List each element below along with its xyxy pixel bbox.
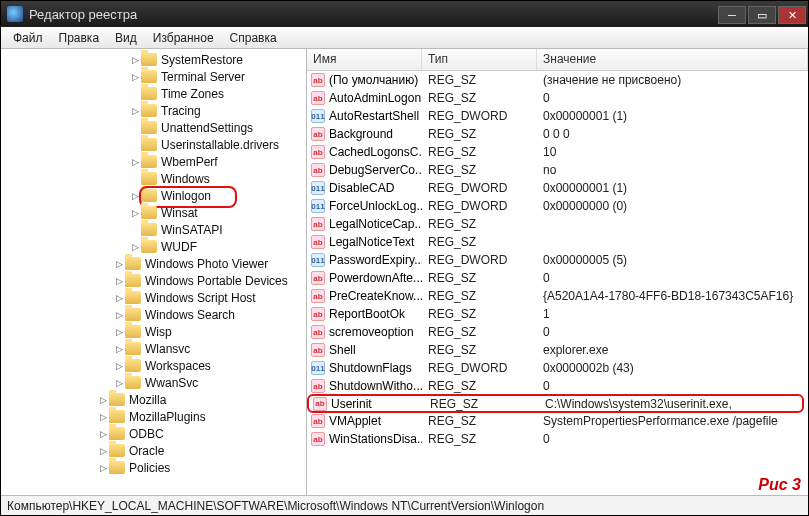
col-name-header[interactable]: Имя — [307, 49, 422, 70]
tree-node-wwansvc[interactable]: ▷WwanSvc — [1, 374, 306, 391]
maximize-button[interactable]: ▭ — [748, 6, 776, 24]
tree-node-terminal-server[interactable]: ▷Terminal Server — [1, 68, 306, 85]
value-row[interactable]: ab(По умолчанию)REG_SZ(значение не присв… — [307, 71, 808, 89]
tree-node-oracle[interactable]: ▷Oracle — [1, 442, 306, 459]
expander-icon[interactable]: ▷ — [113, 309, 125, 321]
value-row[interactable]: abBackgroundREG_SZ0 0 0 — [307, 125, 808, 143]
value-row[interactable]: abDebugServerCo...REG_SZno — [307, 161, 808, 179]
expander-icon[interactable]: ▷ — [97, 462, 109, 474]
expander-icon[interactable]: ▷ — [113, 343, 125, 355]
tree-node-label[interactable]: Windows — [157, 172, 210, 186]
tree-node-wisp[interactable]: ▷Wisp — [1, 323, 306, 340]
col-value-header[interactable]: Значение — [537, 49, 808, 70]
tree-node-systemrestore[interactable]: ▷SystemRestore — [1, 51, 306, 68]
expander-icon[interactable] — [129, 173, 141, 185]
tree-node-label[interactable]: Wlansvc — [141, 342, 190, 356]
value-row[interactable]: 011AutoRestartShellREG_DWORD0x00000001 (… — [307, 107, 808, 125]
tree-node-label[interactable]: Terminal Server — [157, 70, 245, 84]
tree-node-label[interactable]: WwanSvc — [141, 376, 198, 390]
value-row[interactable]: abVMAppletREG_SZSystemPropertiesPerforma… — [307, 412, 808, 430]
tree-node-label[interactable]: Windows Search — [141, 308, 235, 322]
tree-node-label[interactable]: ODBC — [125, 427, 164, 441]
value-row[interactable]: abLegalNoticeTextREG_SZ — [307, 233, 808, 251]
titlebar[interactable]: Редактор реестра ─ ▭ ✕ — [1, 1, 808, 27]
value-row[interactable]: abShellREG_SZexplorer.exe — [307, 341, 808, 359]
value-row[interactable]: abPreCreateKnow...REG_SZ{A520A1A4-1780-4… — [307, 287, 808, 305]
expander-icon[interactable]: ▷ — [97, 445, 109, 457]
value-row[interactable]: abShutdownWitho...REG_SZ0 — [307, 377, 808, 395]
expander-icon[interactable]: ▷ — [113, 258, 125, 270]
tree-node-label[interactable]: Tracing — [157, 104, 201, 118]
tree-node-label[interactable]: Windows Portable Devices — [141, 274, 288, 288]
tree-node-unattendsettings[interactable]: UnattendSettings — [1, 119, 306, 136]
tree-node-windows-search[interactable]: ▷Windows Search — [1, 306, 306, 323]
tree-node-label[interactable]: Mozilla — [125, 393, 166, 407]
expander-icon[interactable]: ▷ — [129, 71, 141, 83]
tree-node-wbemperf[interactable]: ▷WbemPerf — [1, 153, 306, 170]
menu-help[interactable]: Справка — [222, 28, 285, 48]
tree-node-label[interactable]: Oracle — [125, 444, 164, 458]
tree-node-mozilla[interactable]: ▷Mozilla — [1, 391, 306, 408]
tree-node-label[interactable]: Workspaces — [141, 359, 211, 373]
menu-edit[interactable]: Правка — [51, 28, 108, 48]
value-row[interactable]: abUserinitREG_SZC:\Windows\system32\user… — [307, 394, 804, 413]
expander-icon[interactable] — [129, 122, 141, 134]
expander-icon[interactable]: ▷ — [113, 275, 125, 287]
tree-node-odbc[interactable]: ▷ODBC — [1, 425, 306, 442]
value-row[interactable]: abReportBootOkREG_SZ1 — [307, 305, 808, 323]
value-row[interactable]: 011DisableCADREG_DWORD0x00000001 (1) — [307, 179, 808, 197]
expander-icon[interactable]: ▷ — [113, 377, 125, 389]
expander-icon[interactable]: ▷ — [129, 207, 141, 219]
value-row[interactable]: abCachedLogonsC...REG_SZ10 — [307, 143, 808, 161]
expander-icon[interactable]: ▷ — [129, 54, 141, 66]
menu-view[interactable]: Вид — [107, 28, 145, 48]
column-headers[interactable]: Имя Тип Значение — [307, 49, 808, 71]
tree-node-userinstallable-drivers[interactable]: Userinstallable.drivers — [1, 136, 306, 153]
tree-node-policies[interactable]: ▷Policies — [1, 459, 306, 476]
minimize-button[interactable]: ─ — [718, 6, 746, 24]
expander-icon[interactable] — [129, 224, 141, 236]
tree-node-label[interactable]: WUDF — [157, 240, 197, 254]
tree-node-tracing[interactable]: ▷Tracing — [1, 102, 306, 119]
tree-node-workspaces[interactable]: ▷Workspaces — [1, 357, 306, 374]
value-row[interactable]: 011ShutdownFlagsREG_DWORD0x0000002b (43) — [307, 359, 808, 377]
tree-node-wlansvc[interactable]: ▷Wlansvc — [1, 340, 306, 357]
tree-node-label[interactable]: MozillaPlugins — [125, 410, 206, 424]
tree-node-windows[interactable]: Windows — [1, 170, 306, 187]
value-list[interactable]: ab(По умолчанию)REG_SZ(значение не присв… — [307, 71, 808, 495]
value-row[interactable]: abLegalNoticeCap...REG_SZ — [307, 215, 808, 233]
col-type-header[interactable]: Тип — [422, 49, 537, 70]
value-row[interactable]: 011ForceUnlockLog...REG_DWORD0x00000000 … — [307, 197, 808, 215]
tree-node-windows-script-host[interactable]: ▷Windows Script Host — [1, 289, 306, 306]
value-row[interactable]: abPowerdownAfte...REG_SZ0 — [307, 269, 808, 287]
tree-node-label[interactable]: Policies — [125, 461, 170, 475]
tree-node-label[interactable]: Windows Script Host — [141, 291, 256, 305]
close-button[interactable]: ✕ — [778, 6, 806, 24]
tree-node-winlogon[interactable]: ▷Winlogon — [1, 187, 306, 204]
expander-icon[interactable]: ▷ — [129, 105, 141, 117]
value-row[interactable]: abscremoveoptionREG_SZ0 — [307, 323, 808, 341]
expander-icon[interactable]: ▷ — [129, 156, 141, 168]
tree-node-label[interactable]: Time Zones — [157, 87, 224, 101]
tree-node-winsatapi[interactable]: WinSATAPI — [1, 221, 306, 238]
tree-pane[interactable]: ▷SystemRestore▷Terminal ServerTime Zones… — [1, 49, 307, 495]
expander-icon[interactable]: ▷ — [129, 241, 141, 253]
expander-icon[interactable]: ▷ — [113, 326, 125, 338]
tree-node-windows-photo-viewer[interactable]: ▷Windows Photo Viewer — [1, 255, 306, 272]
expander-icon[interactable]: ▷ — [113, 292, 125, 304]
expander-icon[interactable]: ▷ — [113, 360, 125, 372]
tree-node-time-zones[interactable]: Time Zones — [1, 85, 306, 102]
tree-node-label[interactable]: Winsat — [157, 206, 198, 220]
menu-favorites[interactable]: Избранное — [145, 28, 222, 48]
tree-node-label[interactable]: WbemPerf — [157, 155, 218, 169]
expander-icon[interactable] — [129, 139, 141, 151]
value-row[interactable]: abAutoAdminLogonREG_SZ0 — [307, 89, 808, 107]
expander-icon[interactable]: ▷ — [97, 411, 109, 423]
expander-icon[interactable]: ▷ — [97, 394, 109, 406]
tree-node-label[interactable]: SystemRestore — [157, 53, 243, 67]
tree-node-winsat[interactable]: ▷Winsat — [1, 204, 306, 221]
tree-node-label[interactable]: Userinstallable.drivers — [157, 138, 279, 152]
expander-icon[interactable] — [129, 88, 141, 100]
expander-icon[interactable]: ▷ — [97, 428, 109, 440]
menu-file[interactable]: Файл — [5, 28, 51, 48]
